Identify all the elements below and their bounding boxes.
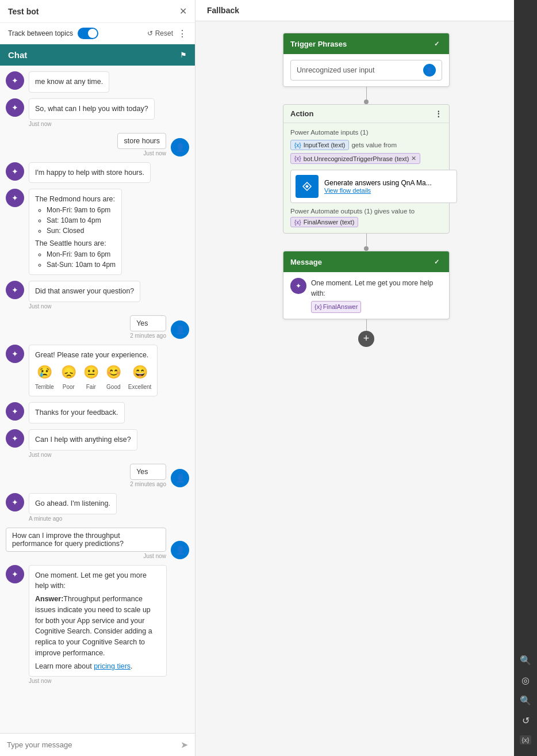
rating-good[interactable]: 😊 Good (106, 362, 121, 391)
zoom-in-button[interactable]: 🔍 (520, 655, 531, 666)
connector-line-3 (366, 319, 367, 331)
add-button[interactable]: + (358, 331, 374, 347)
bot-message-row: ✦ So, what can I help you with today? Ju… (6, 98, 189, 127)
poor-emoji: 😞 (61, 362, 76, 381)
bot-bubble: So, what can I help you with today? (29, 98, 155, 120)
timestamp: A minute ago (29, 516, 117, 522)
rating-poor[interactable]: 😞 Poor (61, 362, 76, 391)
message-bot-icon: ✦ (290, 278, 306, 294)
trigger-phrase-var-tag: {x} bot.UnrecognizedTriggerPhrase (text)… (290, 153, 420, 164)
reset-label: Reset (155, 29, 173, 37)
final-answer-row: {x} FinalAnswer (text) (290, 217, 442, 227)
message-label: Message (290, 258, 322, 266)
flow-area: Trigger Phrases ✓ Unrecognized user inpu… (195, 21, 537, 756)
trigger-phrase-text: Unrecognized user input (297, 66, 375, 74)
bot-avatar: ✦ (6, 189, 24, 207)
reset-view-button[interactable]: ↺ (522, 715, 530, 726)
bot-bubble: Great! Please rate your experience. 😢 Te… (29, 345, 158, 397)
rating-row: 😢 Terrible 😞 Poor 😐 Fair 😊 (35, 362, 151, 391)
qna-text: Generate answers using QnA Ma... (324, 179, 432, 187)
bot-bubble-hours: The Redmond hours are: Mon-Fri: 9am to 6… (29, 189, 122, 275)
connector-dot-2 (364, 246, 369, 251)
bot-bubble: I'm happy to help with store hours. (29, 162, 151, 184)
toggle-knob (88, 29, 97, 38)
trigger-phrases-card: Trigger Phrases ✓ Unrecognized user inpu… (283, 33, 450, 87)
remove-tag-icon[interactable]: ✕ (411, 155, 416, 162)
bot-avatar: ✦ (6, 565, 24, 583)
var-tag: {x} FinalAnswer (311, 301, 361, 313)
variable-icon2: {x} (294, 155, 301, 162)
gets-value-label: gets value from (351, 142, 397, 148)
message-card: Message ✓ ✦ One moment. Let me get you m… (283, 251, 450, 319)
bot-bubble: me know at any time. (29, 71, 109, 93)
flag-icon[interactable]: ⚑ (180, 51, 187, 59)
fair-emoji: 😐 (83, 362, 99, 381)
bot-avatar: ✦ (6, 281, 24, 299)
message-text: One moment. Let me get you more help wit… (311, 278, 442, 299)
check-icon: ✓ (431, 38, 442, 49)
user-avatar: 👤 (171, 320, 189, 339)
user-message-row: How can I improve the throughput perform… (6, 528, 189, 559)
input-text-tag: {x} InputText (text) (290, 140, 349, 150)
left-panel: Test bot ✕ Track between topics ↺ Reset … (0, 0, 195, 756)
bot-message-row: ✦ Go ahead. I'm listening. A minute ago (6, 493, 189, 522)
trigger-phrase-var-row: {x} bot.UnrecognizedTriggerPhrase (text)… (290, 153, 442, 164)
bot-avatar: ✦ (6, 429, 24, 448)
rating-excellent[interactable]: 😄 Excellent (128, 362, 152, 391)
trigger-phrase-input[interactable]: Unrecognized user input 👤 (290, 60, 442, 81)
send-icon[interactable]: ➤ (181, 739, 188, 750)
action-body: Power Automate inputs (1) {x} InputText … (283, 123, 449, 233)
bot-message-row: ✦ Did that answer your question? Just no… (6, 281, 189, 310)
bot-bubble-answer: One moment. Let me get you more help wit… (29, 565, 167, 677)
message-check-icon: ✓ (431, 256, 442, 268)
user-message-row: Yes 2 minutes ago 👤 (6, 464, 189, 487)
bot-bubble: Thanks for your feedback. (29, 402, 125, 423)
track-label: Track between topics (8, 29, 73, 37)
terrible-label: Terrible (35, 383, 54, 391)
more-options-icon[interactable]: ⋮ (178, 28, 187, 39)
pa-tag-row: {x} InputText (text) gets value from (290, 139, 442, 151)
close-icon[interactable]: ✕ (179, 6, 187, 17)
view-flow-link[interactable]: View flow details (324, 187, 432, 194)
good-emoji: 😊 (106, 362, 121, 381)
track-toggle[interactable] (78, 28, 98, 39)
timestamp: Just now (29, 121, 155, 127)
reset-button[interactable]: ↺ Reset (147, 29, 173, 37)
bot-message-row: ✦ Thanks for your feedback. (6, 402, 189, 423)
timestamp: 2 minutes ago (130, 481, 166, 487)
timestamp: Just now (29, 452, 137, 458)
user-icon: 👤 (423, 64, 436, 77)
user-avatar: 👤 (171, 469, 189, 487)
pa-inputs-label: Power Automate inputs (1) (290, 129, 442, 136)
trigger-phrase-var-label: bot.UnrecognizedTriggerPhrase (text) (304, 155, 409, 162)
action-card: Action ⋮ Power Automate inputs (1) {x} I… (283, 104, 450, 234)
var-name: FinalAnswer (323, 302, 358, 312)
timestamp: Just now (29, 678, 167, 684)
user-avatar: 👤 (171, 138, 189, 156)
pricing-link[interactable]: pricing tiers (94, 662, 131, 670)
excellent-label: Excellent (128, 383, 152, 391)
poor-label: Poor (63, 383, 75, 391)
message-content: One moment. Let me get you more help wit… (311, 278, 442, 313)
message-card-header: Message ✓ (283, 251, 449, 272)
user-bubble: Yes (130, 464, 166, 480)
zoom-out-button[interactable]: 🔍 (520, 695, 531, 706)
bot-message-row: ✦ One moment. Let me get you more help w… (6, 565, 189, 685)
target-button[interactable]: ◎ (521, 675, 530, 686)
bot-avatar: ✦ (6, 493, 24, 511)
bot-bubble: Go ahead. I'm listening. (29, 493, 117, 514)
message-input[interactable] (7, 740, 181, 749)
reset-icon: ↺ (147, 29, 153, 37)
pa-outputs-label: Power Automate outputs (1) gives value t… (290, 208, 442, 215)
chat-title: Chat (8, 50, 27, 60)
toolbar: Track between topics ↺ Reset ⋮ (0, 23, 195, 44)
variables-button[interactable]: {x} (520, 735, 532, 744)
bot-avatar: ✦ (6, 98, 24, 117)
toolbar-right: ↺ Reset ⋮ (147, 28, 187, 39)
final-answer-var: {x} FinalAnswer (311, 301, 442, 313)
rating-fair[interactable]: 😐 Fair (83, 362, 99, 391)
rating-terrible[interactable]: 😢 Terrible (35, 362, 54, 391)
variable-icon: {x} (294, 142, 301, 148)
action-more-icon[interactable]: ⋮ (435, 109, 442, 118)
message-card-body: ✦ One moment. Let me get you more help w… (283, 272, 449, 319)
